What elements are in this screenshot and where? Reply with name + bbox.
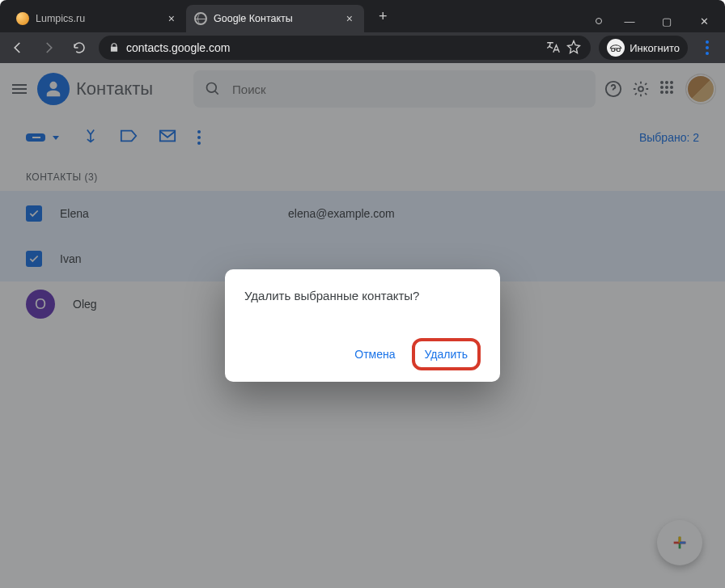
close-icon[interactable]: × [165, 11, 178, 27]
translate-icon[interactable] [545, 40, 560, 57]
modal-overlay: Удалить выбранные контакты? Отмена Удали… [0, 63, 725, 588]
tab-google-contacts[interactable]: Google Контакты × [186, 5, 364, 32]
tab-label: Lumpics.ru [36, 13, 159, 24]
back-button[interactable] [6, 36, 29, 59]
incognito-badge[interactable]: Инкогнито [599, 36, 688, 60]
account-indicator-icon[interactable] [587, 10, 610, 32]
incognito-label: Инкогнито [630, 42, 680, 54]
minimize-button[interactable]: — [612, 10, 647, 32]
window-controls: — ▢ ✕ [587, 10, 725, 32]
cancel-button[interactable]: Отмена [343, 340, 406, 369]
dialog-title: Удалить выбранные контакты? [244, 289, 481, 302]
address-toolbar: contacts.google.com Инкогнито [0, 32, 725, 63]
close-icon[interactable]: × [343, 11, 356, 27]
confirm-delete-button[interactable]: Удалить [412, 338, 481, 370]
close-window-button[interactable]: ✕ [686, 10, 722, 32]
reload-button[interactable] [68, 36, 91, 59]
globe-icon [194, 12, 207, 25]
titlebar: Lumpics.ru × Google Контакты × + — ▢ ✕ [0, 0, 725, 32]
tab-strip: Lumpics.ru × Google Контакты × + [8, 5, 587, 32]
tab-label: Google Контакты [214, 13, 337, 24]
browser-window: Lumpics.ru × Google Контакты × + — ▢ ✕ [0, 0, 725, 588]
page: Контакты [0, 63, 725, 588]
delete-confirm-dialog: Удалить выбранные контакты? Отмена Удали… [225, 269, 500, 382]
forward-button[interactable] [37, 36, 60, 59]
maximize-button[interactable]: ▢ [649, 10, 685, 32]
browser-menu-button[interactable] [696, 36, 719, 59]
bookmark-icon[interactable] [566, 40, 581, 57]
address-bar[interactable]: contacts.google.com [99, 36, 591, 60]
incognito-icon [607, 39, 625, 57]
url-host: contacts.google.com [126, 41, 230, 54]
lock-icon [108, 42, 120, 53]
favicon-orange [16, 12, 29, 25]
tab-lumpics[interactable]: Lumpics.ru × [8, 5, 186, 32]
new-tab-button[interactable]: + [372, 5, 394, 32]
